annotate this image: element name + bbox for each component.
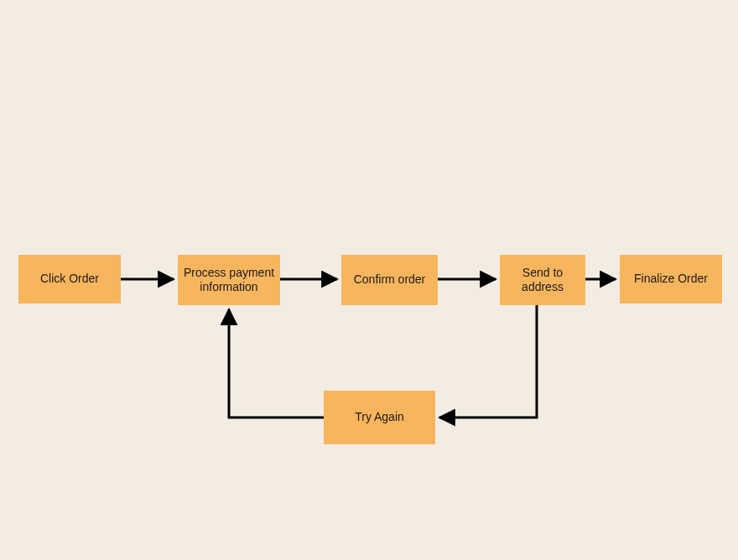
node-click-order: Click Order	[18, 255, 121, 303]
node-label: Process payment information	[183, 266, 275, 295]
node-label: Confirm order	[354, 272, 426, 288]
node-finalize-order: Finalize Order	[620, 255, 722, 303]
node-confirm-order: Confirm order	[341, 255, 438, 305]
node-try-again: Try Again	[324, 391, 435, 444]
node-label: Finalize Order	[634, 272, 708, 287]
node-label: Click Order	[40, 272, 99, 287]
node-send-to-address: Send to address	[500, 255, 585, 305]
node-label: Send to address	[505, 266, 580, 295]
node-process-payment: Process payment information	[178, 255, 280, 305]
flowchart-canvas: Click Order Process payment information …	[0, 0, 738, 560]
edge-send-to-address-to-try-again	[439, 305, 537, 417]
edge-try-again-to-process-payment	[229, 309, 324, 417]
node-label: Try Again	[355, 410, 404, 425]
